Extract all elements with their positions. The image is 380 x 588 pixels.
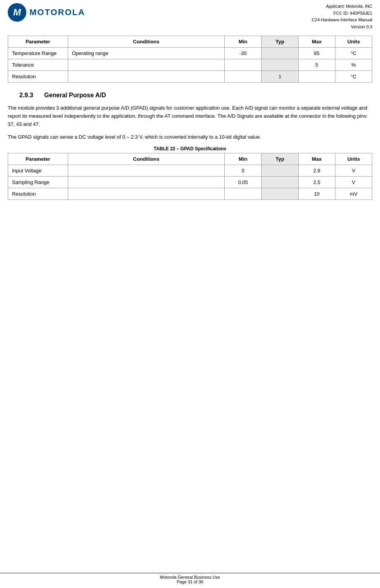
cell-min xyxy=(225,188,261,199)
section-number: 2.9.3 xyxy=(19,92,33,98)
cell-conditions xyxy=(68,59,225,71)
page-container: M MOTOROLA Applicant: Motorola, INC FCC … xyxy=(0,0,380,588)
th-units-2: Units xyxy=(335,153,372,165)
manual-text: C24 Hardware Interface Manual xyxy=(312,17,372,24)
table-temperature: Parameter Conditions Min Typ Max Units T… xyxy=(8,36,372,83)
cell-units: V xyxy=(335,176,372,188)
cell-min: 0.05 xyxy=(225,176,261,188)
th-conditions-1: Conditions xyxy=(68,36,225,48)
th-parameter-1: Parameter xyxy=(8,36,68,48)
motorola-logo: M MOTOROLA xyxy=(8,3,85,22)
section-heading: 2.9.3 General Purpose A/D xyxy=(8,92,372,99)
cell-parameter: Tolerance xyxy=(8,59,68,71)
table-row: Temperature Range Operating range -30 85… xyxy=(8,48,372,59)
table2-caption: TABLE 22 – GPAD Specifications xyxy=(8,146,372,151)
footer-line2: Page 31 of 36 xyxy=(0,579,380,584)
cell-typ xyxy=(261,48,298,59)
table-row: Tolerance 5 % xyxy=(8,59,372,71)
cell-min xyxy=(225,71,261,83)
cell-min: -30 xyxy=(225,48,261,59)
th-min-2: Min xyxy=(225,153,261,165)
cell-conditions xyxy=(68,165,225,176)
cell-conditions xyxy=(68,188,225,199)
header-left: M MOTOROLA xyxy=(8,3,85,22)
th-min-1: Min xyxy=(225,36,261,48)
cell-parameter: Input Voltage xyxy=(8,165,68,176)
cell-max: 85 xyxy=(298,48,335,59)
header-right: Applicant: Motorola, INC FCC ID: IHDP56J… xyxy=(312,3,372,30)
cell-max: 10 xyxy=(298,188,335,199)
cell-parameter: Temperature Range xyxy=(8,48,68,59)
footer-line1: Motorola General Business Use xyxy=(0,575,380,579)
section-paragraph2: The GPAD signals can sense a DC voltage … xyxy=(8,133,372,141)
th-parameter-2: Parameter xyxy=(8,153,68,165)
cell-max xyxy=(298,71,335,83)
th-typ-1: Typ xyxy=(261,36,298,48)
th-conditions-2: Conditions xyxy=(68,153,225,165)
th-max-1: Max xyxy=(298,36,335,48)
cell-units: °C xyxy=(335,71,372,83)
cell-conditions xyxy=(68,176,225,188)
th-max-2: Max xyxy=(298,153,335,165)
table-row: Sampling Range 0.05 2.5 V xyxy=(8,176,372,188)
table-gpad: Parameter Conditions Min Typ Max Units I… xyxy=(8,153,372,200)
header: M MOTOROLA Applicant: Motorola, INC FCC … xyxy=(0,0,380,32)
th-units-1: Units xyxy=(335,36,372,48)
footer: Motorola General Business Use Page 31 of… xyxy=(0,573,380,584)
cell-typ xyxy=(261,176,298,188)
cell-typ: 1 xyxy=(261,71,298,83)
cell-conditions xyxy=(68,71,225,83)
cell-units: V xyxy=(335,165,372,176)
cell-conditions: Operating range xyxy=(68,48,225,59)
cell-units: % xyxy=(335,59,372,71)
cell-units: mV xyxy=(335,188,372,199)
table-row: Resolution 10 mV xyxy=(8,188,372,199)
logo-text: MOTOROLA xyxy=(29,7,85,17)
cell-units: °C xyxy=(335,48,372,59)
cell-typ xyxy=(261,188,298,199)
version-text: Version 0.3 xyxy=(312,24,372,31)
cell-parameter: Sampling Range xyxy=(8,176,68,188)
fcc-id-text: FCC ID: IHDP56JE1 xyxy=(312,10,372,17)
th-typ-2: Typ xyxy=(261,153,298,165)
cell-parameter: Resolution xyxy=(8,71,68,83)
section-paragraph1: The module provides 3 additional general… xyxy=(8,104,372,128)
cell-max: 2.9 xyxy=(298,165,335,176)
content-area: Parameter Conditions Min Typ Max Units T… xyxy=(0,32,380,213)
section-title: General Purpose A/D xyxy=(44,92,106,98)
cell-parameter: Resolution xyxy=(8,188,68,199)
cell-max: 2.5 xyxy=(298,176,335,188)
cell-typ xyxy=(261,165,298,176)
cell-min xyxy=(225,59,261,71)
table-row: Resolution 1 °C xyxy=(8,71,372,83)
applicant-text: Applicant: Motorola, INC xyxy=(312,3,372,10)
cell-min: 0 xyxy=(225,165,261,176)
table-row: Input Voltage 0 2.9 V xyxy=(8,165,372,176)
cell-typ xyxy=(261,59,298,71)
logo-icon: M xyxy=(8,3,26,22)
logo-m-letter: M xyxy=(13,7,21,18)
cell-max: 5 xyxy=(298,59,335,71)
